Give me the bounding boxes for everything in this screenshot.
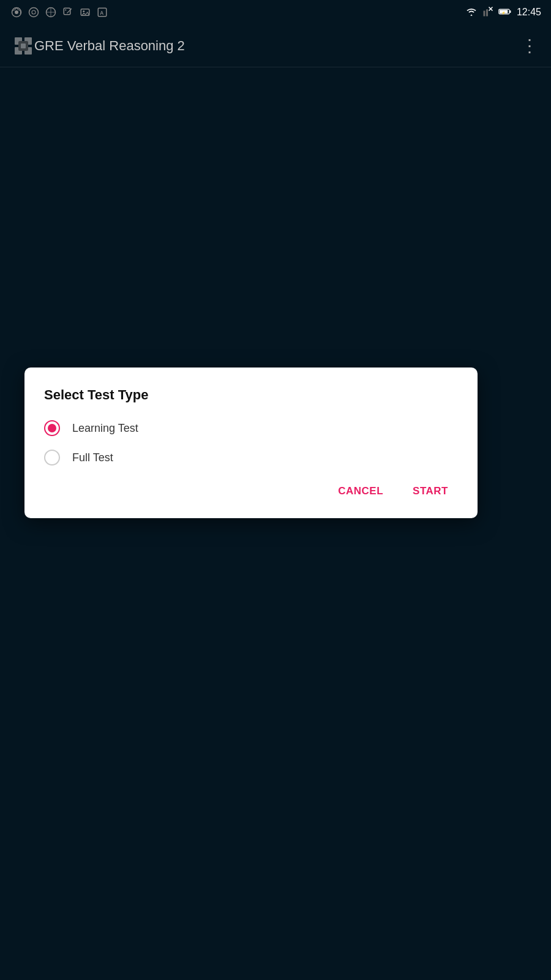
chrome-icon [10, 6, 23, 19]
wifi-icon [465, 7, 478, 18]
status-right: ⚡ 12:45 [465, 6, 541, 19]
svg-rect-24 [21, 43, 26, 48]
cancel-button[interactable]: CANCEL [328, 479, 393, 503]
learning-test-label: Learning Test [72, 422, 138, 435]
app-logo [12, 35, 34, 57]
svg-text:A: A [100, 10, 103, 16]
app-title: GRE Verbal Reasoning 2 [34, 38, 521, 54]
select-test-type-dialog: Select Test Type Learning Test Full Test… [24, 368, 478, 518]
main-content: Select Test Type Learning Test Full Test… [0, 67, 551, 980]
chrome-dev-icon [27, 6, 40, 19]
status-bar: A ⚡ 12:4 [0, 0, 551, 24]
status-icons: A [10, 6, 109, 19]
full-test-radio[interactable] [44, 450, 60, 466]
svg-point-2 [29, 8, 39, 17]
start-button[interactable]: START [403, 479, 458, 503]
dialog-actions: CANCEL START [44, 479, 458, 503]
app-bar: GRE Verbal Reasoning 2 ⋮ [0, 24, 551, 67]
signal-icon [482, 6, 493, 19]
svg-point-1 [15, 10, 18, 14]
svg-text:⚡: ⚡ [501, 10, 506, 15]
image-icon [78, 6, 92, 19]
svg-rect-11 [483, 10, 485, 16]
svg-rect-17 [509, 10, 511, 13]
learning-test-option[interactable]: Learning Test [44, 420, 458, 436]
dialog-title: Select Test Type [44, 387, 458, 403]
clock: 12:45 [517, 7, 541, 18]
full-test-option[interactable]: Full Test [44, 450, 458, 466]
dialog-overlay: Select Test Type Learning Test Full Test… [0, 67, 551, 980]
tag-icon [61, 6, 75, 19]
text-icon: A [96, 6, 109, 19]
svg-point-6 [65, 9, 66, 10]
learning-test-radio[interactable] [44, 420, 60, 436]
full-test-label: Full Test [72, 451, 113, 464]
svg-point-3 [32, 10, 36, 14]
svg-rect-12 [486, 9, 488, 16]
chromium-icon [44, 6, 58, 19]
battery-icon: ⚡ [498, 7, 512, 18]
more-vert-icon[interactable]: ⋮ [521, 36, 539, 56]
svg-point-8 [83, 10, 84, 12]
